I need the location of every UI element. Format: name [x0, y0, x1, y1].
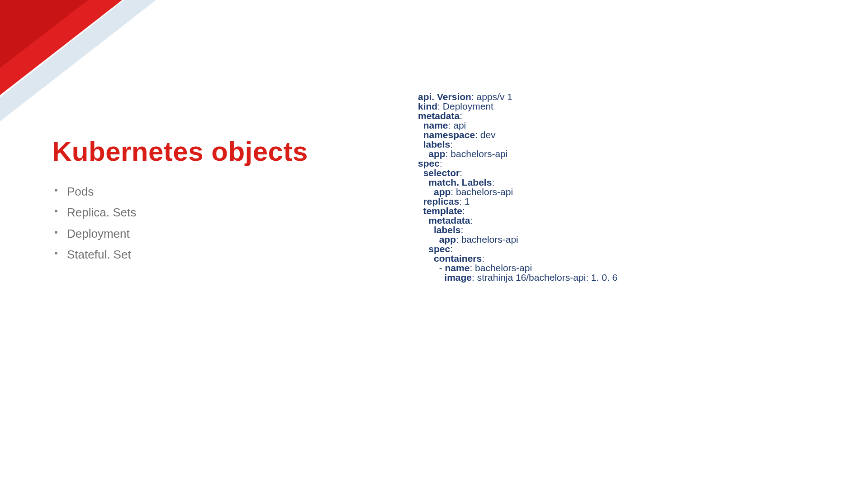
- bullet-list: Pods Replica. Sets Deployment Stateful. …: [54, 183, 136, 268]
- bullet-item-statefulset: Stateful. Set: [54, 246, 136, 263]
- svg-marker-0: [0, 0, 122, 95]
- bullet-item-pods: Pods: [54, 183, 136, 200]
- svg-marker-1: [0, 0, 88, 68]
- svg-marker-2: [0, 0, 156, 121]
- slide-title: Kubernetes objects: [52, 136, 308, 167]
- bullet-item-deployment: Deployment: [54, 225, 136, 242]
- yaml-code-block: api. Version: apps/v 1 kind: Deployment …: [418, 92, 617, 282]
- bullet-item-replicasets: Replica. Sets: [54, 204, 136, 221]
